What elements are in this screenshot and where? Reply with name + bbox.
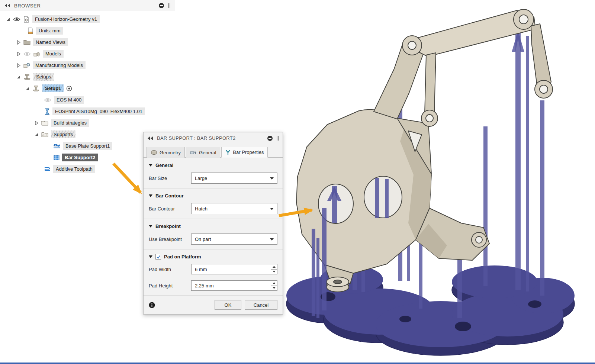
spin-down-button[interactable]: [271, 270, 277, 274]
browser-header: BROWSER: [0, 0, 175, 11]
pad-width-label: Pad Width: [149, 267, 191, 272]
bar-contour-dropdown[interactable]: Hatch: [191, 203, 277, 214]
use-breakpoint-value: On part: [195, 236, 211, 242]
section-breakpoint-header[interactable]: Breakpoint: [144, 219, 283, 232]
tree-row-root[interactable]: Fusion-Horizon-Geometry v1: [0, 13, 175, 25]
expander-collapsed-icon[interactable]: [34, 121, 39, 125]
tree-row-setups[interactable]: Setups: [0, 71, 175, 83]
tree-label-selected: Setup1: [42, 84, 64, 92]
section-title: Breakpoint: [155, 223, 181, 229]
chevron-down-icon: [270, 238, 274, 241]
section-title: Pad on Platform: [164, 254, 201, 260]
tree-label: Supports: [51, 131, 75, 138]
pad-on-platform-checkbox[interactable]: [155, 254, 161, 260]
bar-contour-value: Hatch: [195, 206, 208, 212]
tree-row-named-views[interactable]: Named Views: [0, 36, 175, 48]
section-collapse-icon[interactable]: [149, 164, 152, 167]
tab-label: Bar Properties: [233, 149, 264, 155]
tree-row-models[interactable]: Models: [0, 48, 175, 59]
supports-folder-icon: [41, 132, 48, 137]
tree-label: Named Views: [33, 38, 68, 46]
row-bar-contour: Bar Contour Hatch: [144, 202, 283, 219]
use-breakpoint-dropdown[interactable]: On part: [191, 233, 277, 245]
pad-height-label: Pad Height: [149, 283, 191, 289]
visibility-eye-hidden-icon[interactable]: [44, 97, 51, 103]
expander-collapsed-icon[interactable]: [16, 63, 21, 68]
tab-geometry[interactable]: Geometry: [147, 147, 185, 158]
triangle-up-icon: [273, 266, 276, 268]
section-pad-header[interactable]: Pad on Platform: [144, 249, 283, 262]
expander-expanded-icon[interactable]: [6, 17, 10, 22]
bar-size-dropdown[interactable]: Large: [191, 173, 277, 184]
tree-label: EOS M 400: [54, 96, 84, 104]
tree-row-units[interactable]: Units: mm: [0, 25, 175, 36]
spin-up-button[interactable]: [271, 264, 277, 270]
document-icon: [23, 16, 30, 23]
row-bar-size: Bar Size Large: [144, 171, 283, 188]
tree-row-setup1[interactable]: Setup1: [0, 83, 175, 94]
tab-bar-properties[interactable]: Bar Properties: [221, 147, 268, 158]
triangle-up-icon: [273, 282, 276, 284]
section-collapse-icon[interactable]: [149, 194, 152, 197]
section-collapse-icon[interactable]: [149, 225, 152, 228]
bar-size-label: Bar Size: [149, 175, 191, 181]
components-icon: [33, 51, 40, 57]
general-tab-icon: [190, 150, 197, 155]
pad-width-spinner: [271, 264, 277, 274]
tree-label: Setups: [33, 73, 54, 81]
tree-row-print-setting[interactable]: EOSPrint AlSi10Mg_090_FlexM400 1.01: [0, 106, 175, 117]
pad-width-value: 6 mm: [195, 267, 207, 272]
tree-row-manufacturing-models[interactable]: Manufacturing Models: [0, 59, 175, 71]
bar-support-icon: [54, 155, 60, 160]
visibility-eye-hidden-icon[interactable]: [23, 51, 31, 57]
expander-collapsed-icon[interactable]: [16, 40, 21, 45]
dialog-collapse-icon[interactable]: [147, 136, 153, 140]
expander-expanded-icon[interactable]: [34, 132, 39, 137]
dialog-footer: OK Cancel: [144, 295, 283, 314]
collapse-panel-icon[interactable]: [4, 4, 10, 7]
chevron-down-icon: [270, 208, 274, 210]
triangle-down-icon: [273, 287, 276, 289]
pad-width-input[interactable]: 6 mm: [191, 264, 277, 274]
section-general-header[interactable]: General: [144, 158, 283, 171]
section-title: Bar Contour: [155, 193, 184, 199]
expander-collapsed-icon[interactable]: [16, 52, 21, 56]
cancel-button[interactable]: Cancel: [245, 300, 277, 310]
section-general: General Bar Size Large: [144, 158, 283, 188]
section-bar-contour: Bar Contour Bar Contour Hatch: [144, 188, 283, 219]
print-setting-icon: [45, 108, 50, 115]
spin-down-button[interactable]: [271, 286, 277, 291]
expander-expanded-icon[interactable]: [25, 86, 30, 91]
setup-icon: [23, 74, 31, 80]
bar-support-dialog: BAR SUPPORT : BAR SUPPORT2 Geometry Gene…: [143, 132, 283, 315]
pad-height-spinner: [271, 281, 277, 290]
active-setup-radio-icon[interactable]: [66, 86, 72, 91]
tree-row-machine[interactable]: EOS M 400: [0, 94, 175, 106]
dialog-grip-icon[interactable]: [277, 136, 279, 141]
row-pad-width: Pad Width 6 mm: [144, 262, 283, 279]
tree-label: Build strategies: [51, 119, 89, 127]
panel-grip-icon[interactable]: [168, 3, 170, 8]
section-title: General: [155, 162, 173, 168]
spin-up-button[interactable]: [271, 281, 277, 286]
visibility-eye-icon[interactable]: [13, 17, 20, 22]
pad-height-input[interactable]: 2.25 mm: [191, 280, 277, 291]
tree-label: Base Plate Support1: [63, 142, 112, 150]
triangle-down-icon: [273, 271, 276, 273]
row-pad-height: Pad Height 2.25 mm: [144, 279, 283, 295]
expander-expanded-icon[interactable]: [16, 75, 21, 79]
tree-row-build-strategies[interactable]: Build strategies: [0, 117, 175, 129]
dialog-title: BAR SUPPORT : BAR SUPPORT2: [157, 135, 263, 141]
section-bar-contour-header[interactable]: Bar Contour: [144, 189, 283, 202]
tab-label: Geometry: [160, 150, 181, 155]
geometry-tab-icon: [151, 150, 157, 155]
dialog-header[interactable]: BAR SUPPORT : BAR SUPPORT2: [144, 132, 283, 144]
info-icon[interactable]: [149, 302, 155, 308]
fusion-window: BROWSER Fusion-Horizon-Geometry v1 Units…: [0, 0, 595, 364]
ok-button[interactable]: OK: [215, 300, 241, 310]
minimize-panel-icon[interactable]: [158, 3, 164, 9]
dialog-minimize-icon[interactable]: [267, 135, 273, 141]
tab-general[interactable]: General: [186, 147, 220, 158]
tab-label: General: [199, 150, 216, 155]
section-collapse-icon[interactable]: [149, 255, 152, 258]
